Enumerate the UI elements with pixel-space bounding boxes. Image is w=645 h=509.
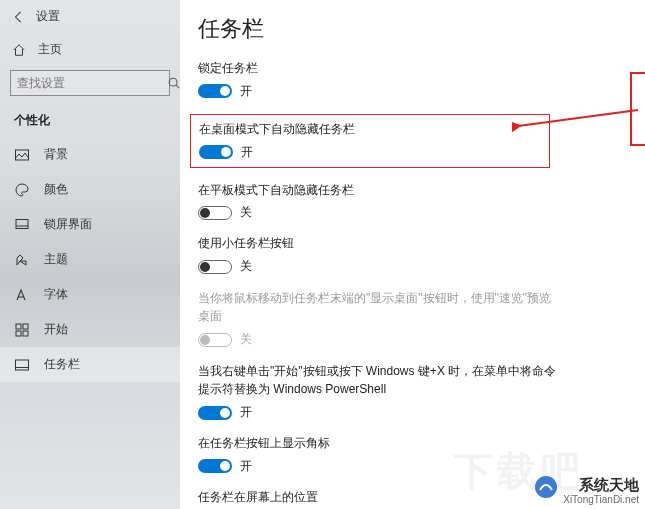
setting-autohide-desktop: 在桌面模式下自动隐藏任务栏 开 [190,114,550,168]
toggle-state-text: 开 [240,83,252,100]
svg-point-12 [535,476,557,498]
toggle-autohide-tablet[interactable] [198,206,232,220]
page-title: 任务栏 [198,14,627,44]
sidebar-item-label: 任务栏 [44,356,80,373]
setting-label: 在平板模式下自动隐藏任务栏 [198,182,558,199]
toggle-state-text: 关 [240,331,252,348]
sidebar-item-start[interactable]: 开始 [0,312,180,347]
sidebar-item-background[interactable]: 背景 [0,137,180,172]
home-nav[interactable]: 主页 [0,33,180,66]
sidebar-item-label: 字体 [44,286,68,303]
setting-autohide-tablet: 在平板模式下自动隐藏任务栏 关 [198,182,558,222]
toggle-state-text: 开 [241,144,253,161]
toggle-autohide-desktop[interactable] [199,145,233,159]
sidebar-item-label: 主题 [44,251,68,268]
setting-label: 使用小任务栏按钮 [198,235,558,252]
toggle-state-text: 关 [240,258,252,275]
sidebar-item-label: 颜色 [44,181,68,198]
back-icon[interactable] [12,10,26,24]
sidebar-item-taskbar[interactable]: 任务栏 [0,347,180,382]
sidebar-item-label: 背景 [44,146,68,163]
app-title: 设置 [36,8,60,25]
setting-peek: 当你将鼠标移动到任务栏末端的"显示桌面"按钮时，使用"速览"预览桌面 关 [198,289,558,348]
svg-point-0 [169,78,177,86]
start-icon [14,322,30,338]
section-label: 个性化 [0,106,180,137]
setting-powershell: 当我右键单击"开始"按钮或按下 Windows 键+X 时，在菜单中将命令提示符… [198,362,558,421]
image-icon [14,147,30,163]
taskbar-icon [14,357,30,373]
content-pane: 下载吧 任务栏 锁定任务栏 开 在桌面模式下自动隐藏任务栏 开 在平板模式下自动… [180,0,645,509]
toggle-powershell[interactable] [198,406,232,420]
svg-rect-8 [23,331,28,336]
setting-label: 在桌面模式下自动隐藏任务栏 [199,121,541,138]
setting-label: 锁定任务栏 [198,60,558,77]
svg-rect-9 [16,360,29,370]
sidebar-item-label: 锁屏界面 [44,216,92,233]
setting-small-buttons: 使用小任务栏按钮 关 [198,235,558,275]
theme-icon [14,252,30,268]
toggle-state-text: 关 [240,204,252,221]
svg-line-1 [176,85,179,88]
palette-icon [14,182,30,198]
svg-rect-6 [23,324,28,329]
watermark-cn: 系统天地 [563,476,639,493]
toggle-state-text: 开 [240,404,252,421]
search-input[interactable] [17,76,167,90]
svg-rect-3 [16,219,28,228]
svg-rect-5 [16,324,21,329]
setting-hint: 当你将鼠标移动到任务栏末端的"显示桌面"按钮时，使用"速览"预览桌面 [198,289,558,325]
home-label: 主页 [38,41,62,58]
sidebar-item-label: 开始 [44,321,68,338]
setting-position: 任务栏在屏幕上的位置 底部 [198,489,558,509]
font-icon [14,287,30,303]
sidebar-item-themes[interactable]: 主题 [0,242,180,277]
setting-lock-taskbar: 锁定任务栏 开 [198,60,558,100]
search-icon [167,76,181,90]
sidebar-item-lockscreen[interactable]: 锁屏界面 [0,207,180,242]
svg-rect-7 [16,331,21,336]
toggle-badges[interactable] [198,459,232,473]
settings-sidebar: 设置 主页 个性化 背景 颜色 [0,0,180,509]
search-input-wrap[interactable] [10,70,170,96]
setting-badges: 在任务栏按钮上显示角标 开 [198,435,558,475]
home-icon [12,43,26,57]
watermark: 系统天地 XiTongTianDi.net [563,476,639,505]
toggle-lock-taskbar[interactable] [198,84,232,98]
toggle-peek [198,333,232,347]
lockscreen-icon [14,217,30,233]
setting-label: 任务栏在屏幕上的位置 [198,489,558,506]
toggle-state-text: 开 [240,458,252,475]
setting-label: 在任务栏按钮上显示角标 [198,435,558,452]
watermark-logo-icon [533,474,559,500]
watermark-en: XiTongTianDi.net [563,494,639,506]
toggle-small-buttons[interactable] [198,260,232,274]
setting-label: 当我右键单击"开始"按钮或按下 Windows 键+X 时，在菜单中将命令提示符… [198,362,558,398]
sidebar-item-fonts[interactable]: 字体 [0,277,180,312]
nav-list: 背景 颜色 锁屏界面 主题 字体 开始 [0,137,180,382]
sidebar-item-colors[interactable]: 颜色 [0,172,180,207]
annotation-callout: 已打开 [630,72,645,146]
